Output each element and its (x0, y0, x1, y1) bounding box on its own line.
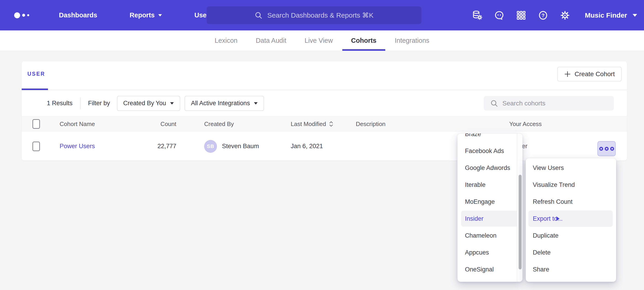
menu-item-appcues[interactable]: Appcues (458, 244, 517, 261)
menu-item-delete[interactable]: Delete (526, 244, 616, 261)
column-cohort-name: Cohort Name (60, 117, 95, 131)
menu-item-chameleon[interactable]: Chameleon (458, 227, 517, 244)
created-by-filter-label: Created By You (123, 100, 166, 107)
tab-live-view-label: Live View (305, 37, 333, 44)
search-icon (490, 99, 498, 107)
secondary-navigation: Lexicon Data Audit Live View Cohorts Int… (0, 30, 644, 51)
column-created-by: Created By (204, 117, 234, 131)
column-last-modified[interactable]: Last Modified (291, 117, 334, 131)
more-dot-icon (610, 147, 614, 151)
more-dot-icon (605, 147, 608, 151)
last-modified-cell: Jan 6, 2021 (291, 132, 323, 161)
menu-item-google-adwords[interactable]: Google Adwords (458, 160, 517, 176)
plus-icon (564, 71, 571, 78)
column-description: Description (356, 117, 386, 131)
tab-lexicon-label: Lexicon (215, 37, 238, 44)
cohort-search-placeholder: Search cohorts (502, 100, 545, 107)
cohort-type-tabs: USER Create Cohort (22, 61, 627, 90)
nav-dashboards-label: Dashboards (59, 12, 97, 19)
column-count: Count (142, 117, 176, 131)
global-search-input[interactable]: Search Dashboards & Reports ⌘K (207, 7, 421, 24)
tab-data-audit[interactable]: Data Audit (256, 30, 286, 51)
feedback-icon[interactable] (494, 10, 504, 21)
cohorts-page: Dashboards Reports Users Search Dashboar… (0, 0, 644, 290)
logo-dot-medium (22, 14, 25, 17)
menu-item-visualize-trend[interactable]: Visualize Trend (526, 176, 616, 193)
logo-dot-large (14, 12, 20, 18)
settings-icon[interactable] (560, 10, 570, 21)
chevron-down-icon (170, 102, 174, 104)
nav-reports-label: Reports (130, 12, 155, 19)
cohorts-panel: USER Create Cohort 1 Results Filter by C… (22, 61, 627, 161)
more-dot-icon (599, 147, 603, 151)
project-switcher[interactable]: Music Finder (585, 12, 637, 19)
menu-item-duplicate[interactable]: Duplicate (526, 227, 616, 244)
logo-dot-small (27, 14, 29, 16)
row-checkbox[interactable] (32, 141, 40, 151)
results-count: 1 Results (47, 100, 72, 107)
active-tab-indicator (22, 88, 48, 90)
menu-item-iterable[interactable]: Iterable (458, 176, 517, 193)
nav-dashboards[interactable]: Dashboards (59, 12, 97, 19)
apps-grid-icon[interactable] (516, 10, 526, 21)
menu-item-onesignal[interactable]: OneSignal (458, 261, 517, 278)
search-icon (254, 11, 262, 20)
tab-lexicon[interactable]: Lexicon (215, 30, 238, 51)
menu-item-view-users[interactable]: View Users (526, 160, 616, 176)
menu-item-export-to[interactable]: Export to... (526, 210, 616, 227)
tab-live-view[interactable]: Live View (305, 30, 333, 51)
tab-data-audit-label: Data Audit (256, 37, 286, 44)
filter-by-label: Filter by (88, 100, 110, 107)
chevron-down-icon (632, 14, 637, 17)
divider (80, 97, 80, 109)
scrollbar-thumb[interactable] (519, 175, 522, 269)
cohort-name-link[interactable]: Power Users (60, 143, 95, 150)
cohort-count: 22,777 (142, 132, 176, 161)
export-destinations-menu: Braze Facebook Ads Google Adwords Iterab… (458, 133, 522, 282)
creator-name: Steven Baum (222, 143, 259, 150)
menu-item-insider[interactable]: Insider (458, 210, 517, 227)
create-cohort-button[interactable]: Create Cohort (557, 67, 622, 81)
menu-item-braze[interactable]: Braze (458, 133, 517, 142)
project-name: Music Finder (585, 12, 627, 19)
integrations-filter-label: All Active Integrations (191, 100, 250, 107)
filter-toolbar: 1 Results Filter by Created By You All A… (22, 90, 627, 116)
help-icon[interactable]: ? (538, 10, 548, 21)
tab-cohorts-label: Cohorts (351, 37, 376, 44)
created-by-filter[interactable]: Created By You (117, 96, 180, 111)
export-destinations-list: Braze Facebook Ads Google Adwords Iterab… (458, 133, 517, 278)
column-last-modified-label: Last Modified (291, 120, 326, 128)
menu-item-refresh-count[interactable]: Refresh Count (526, 193, 616, 210)
brand-logo-icon[interactable] (14, 12, 29, 18)
submenu-arrow-icon (556, 216, 560, 221)
topnav-right-cluster: ? Music Finder (472, 0, 637, 30)
svg-text:?: ? (542, 12, 544, 18)
create-cohort-label: Create Cohort (574, 70, 615, 78)
tab-cohorts[interactable]: Cohorts (351, 30, 376, 51)
row-actions-menu: View Users Visualize Trend Refresh Count… (526, 158, 616, 282)
sort-icon (329, 120, 334, 127)
column-your-access: Your Access (509, 117, 542, 131)
top-navigation-bar: Dashboards Reports Users Search Dashboar… (0, 0, 644, 30)
row-actions-button[interactable] (598, 141, 616, 156)
tab-user-cohorts[interactable]: USER (28, 71, 45, 77)
chevron-down-icon (254, 102, 258, 104)
global-search-placeholder: Search Dashboards & Reports ⌘K (267, 11, 374, 19)
menu-item-facebook-ads[interactable]: Facebook Ads (458, 142, 517, 160)
nav-reports[interactable]: Reports (130, 12, 162, 19)
menu-item-share[interactable]: Share (526, 261, 616, 278)
row-actions-list: View Users Visualize Trend Refresh Count… (526, 160, 616, 278)
cohort-search-input[interactable]: Search cohorts (484, 96, 614, 110)
select-all-checkbox[interactable] (32, 119, 40, 129)
chevron-down-icon (158, 14, 162, 17)
created-by-cell: SB Steven Baum (204, 132, 259, 161)
integrations-filter[interactable]: All Active Integrations (184, 96, 264, 111)
data-management-icon[interactable] (472, 10, 482, 21)
table-row: Power Users 22,777 SB Steven Baum Jan 6,… (22, 132, 627, 161)
tab-integrations[interactable]: Integrations (395, 30, 430, 51)
tab-integrations-label: Integrations (395, 37, 430, 44)
table-header: Cohort Name Count Created By Last Modifi… (22, 116, 627, 131)
avatar: SB (204, 140, 217, 153)
menu-item-moengage[interactable]: MoEngage (458, 193, 517, 210)
